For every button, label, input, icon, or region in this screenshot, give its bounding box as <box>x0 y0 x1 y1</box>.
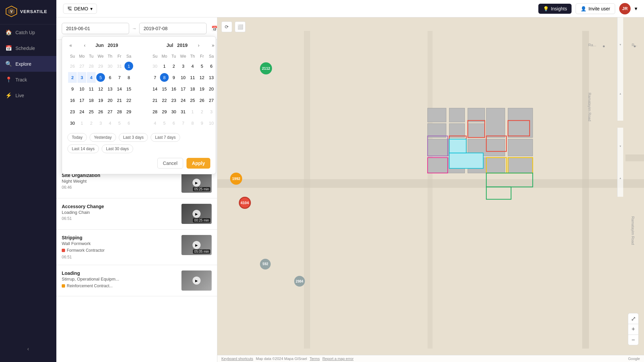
sidebar-item-schedule[interactable]: 📅 Schedule <box>0 40 56 56</box>
table-row[interactable]: 26 <box>198 95 206 106</box>
table-row[interactable]: 11 <box>87 83 96 94</box>
table-row[interactable]: 9 <box>68 83 77 94</box>
table-row[interactable]: 25 <box>87 106 96 117</box>
table-row[interactable]: 16 <box>68 95 77 106</box>
table-row[interactable]: 21 <box>151 95 159 106</box>
play-button-2[interactable]: ▶ <box>193 210 201 218</box>
play-button-4[interactable]: ▶ <box>193 277 201 285</box>
last-14-days-button[interactable]: Last 14 days <box>67 144 99 153</box>
table-row[interactable]: 10 <box>77 83 86 94</box>
table-row[interactable]: 11 <box>188 72 197 83</box>
cancel-button[interactable]: Cancel <box>157 158 183 169</box>
table-row[interactable]: 17 <box>77 95 86 106</box>
next-next-month-button[interactable]: » <box>210 42 216 49</box>
last-7-days-button[interactable]: Last 7 days <box>151 133 180 142</box>
today-button[interactable]: Today <box>67 133 87 142</box>
end-date-input[interactable] <box>139 23 207 34</box>
last-3-days-button[interactable]: Last 3 days <box>119 133 148 142</box>
table-row[interactable]: 8 <box>124 72 133 83</box>
table-row[interactable]: 4 <box>87 72 96 83</box>
table-row[interactable]: 19 <box>198 83 206 94</box>
table-row[interactable]: 30 <box>151 61 159 71</box>
table-row[interactable]: 13 <box>207 72 216 83</box>
table-row[interactable]: 5 <box>115 118 124 128</box>
table-row[interactable]: 3 <box>77 72 86 83</box>
start-date-input[interactable] <box>62 23 129 34</box>
play-button-1[interactable]: ▶ <box>193 179 201 187</box>
table-row[interactable]: 28 <box>115 106 124 117</box>
table-row[interactable]: 3 <box>207 106 216 117</box>
video-thumbnail-4[interactable]: ▶ <box>181 270 212 291</box>
map-marker-4104[interactable]: 4104 <box>239 197 251 209</box>
map-expand-button[interactable]: ⤢ <box>628 313 639 324</box>
table-row[interactable]: 31 <box>115 61 124 71</box>
demo-selector[interactable]: 🏗 DEMO ▾ <box>63 4 97 14</box>
prev-prev-month-button[interactable]: « <box>67 42 74 49</box>
table-row[interactable]: 20 <box>106 95 114 106</box>
table-row[interactable]: 24 <box>179 95 187 106</box>
table-row[interactable]: 23 <box>169 95 178 106</box>
insights-button[interactable]: 💡 Insights <box>538 4 572 14</box>
map-marker-2112[interactable]: 2112 <box>260 62 272 74</box>
table-row[interactable]: 2 <box>169 61 178 71</box>
table-row[interactable]: 21 <box>115 95 124 106</box>
table-row[interactable]: 6 <box>207 61 216 71</box>
report-link[interactable]: Report a map error <box>322 357 354 361</box>
map-marker-592[interactable]: 592 <box>260 259 271 269</box>
map-layers-button[interactable]: ⬜ <box>235 21 246 32</box>
table-row[interactable]: 13 <box>106 83 114 94</box>
table-row[interactable]: 25 <box>188 95 197 106</box>
zoom-out-button[interactable]: − <box>628 335 639 345</box>
table-row[interactable]: 19 <box>96 95 105 106</box>
table-row[interactable]: 30 <box>169 106 178 117</box>
table-row[interactable]: 30 <box>68 118 77 128</box>
table-row[interactable]: 24 <box>77 106 86 117</box>
table-row[interactable]: 10 <box>179 72 187 83</box>
sidebar-item-track[interactable]: 📍 Track <box>0 72 56 87</box>
table-row[interactable]: 16 <box>169 83 178 94</box>
apply-button[interactable]: Apply <box>186 158 210 169</box>
table-row[interactable]: 17 <box>179 83 187 94</box>
play-button-3[interactable]: ▶ <box>193 241 201 249</box>
table-row[interactable]: 22 <box>160 95 169 106</box>
map-rotate-button[interactable]: ⟳ <box>221 21 232 32</box>
zoom-in-button[interactable]: + <box>628 324 639 335</box>
table-row[interactable]: 22 <box>124 95 133 106</box>
table-row[interactable]: 6 <box>106 72 114 83</box>
table-row[interactable]: 1 <box>188 106 197 117</box>
table-row[interactable]: 10 <box>207 118 216 128</box>
table-row[interactable]: 12 <box>198 72 206 83</box>
table-row[interactable]: 14 <box>151 83 159 94</box>
table-row[interactable]: 26 <box>96 106 105 117</box>
table-row[interactable]: 1 <box>77 118 86 128</box>
table-row[interactable]: 3 <box>96 118 105 128</box>
table-row[interactable]: 7 <box>115 72 124 83</box>
table-row[interactable]: 4 <box>106 118 114 128</box>
video-thumbnail-2[interactable]: ▶ 00:25 min <box>181 204 212 224</box>
table-row[interactable]: 20 <box>207 83 216 94</box>
table-row[interactable]: 7 <box>151 72 159 83</box>
yesterday-button[interactable]: Yesterday <box>90 133 116 142</box>
table-row[interactable]: 31 <box>179 106 187 117</box>
prev-month-button[interactable]: ‹ <box>82 42 88 49</box>
invite-user-button[interactable]: 👤 Invite user <box>576 3 615 14</box>
table-row[interactable]: 1 <box>160 61 169 71</box>
map-marker-1992[interactable]: 1992 <box>230 173 242 185</box>
table-row[interactable]: 7 <box>179 118 187 128</box>
last-30-days-button[interactable]: Last 30 days <box>102 144 133 153</box>
table-row[interactable]: 27 <box>77 61 86 71</box>
table-row[interactable]: 4 <box>188 61 197 71</box>
table-row[interactable]: 9 <box>198 118 206 128</box>
table-row[interactable]: 12 <box>96 83 105 94</box>
table-row[interactable]: 9 <box>169 72 178 83</box>
table-row[interactable]: 1 <box>124 61 133 71</box>
terms-link[interactable]: Terms <box>310 357 320 361</box>
calendar-icon[interactable]: 📅 <box>209 23 217 34</box>
table-row[interactable]: 5 <box>198 61 206 71</box>
table-row[interactable]: 8 <box>188 118 197 128</box>
table-row[interactable]: 29 <box>160 106 169 117</box>
table-row[interactable]: 30 <box>106 61 114 71</box>
table-row[interactable]: 29 <box>96 61 105 71</box>
table-row[interactable]: 4 <box>151 118 159 128</box>
sidebar-item-live[interactable]: ⚡ Live <box>0 87 56 103</box>
